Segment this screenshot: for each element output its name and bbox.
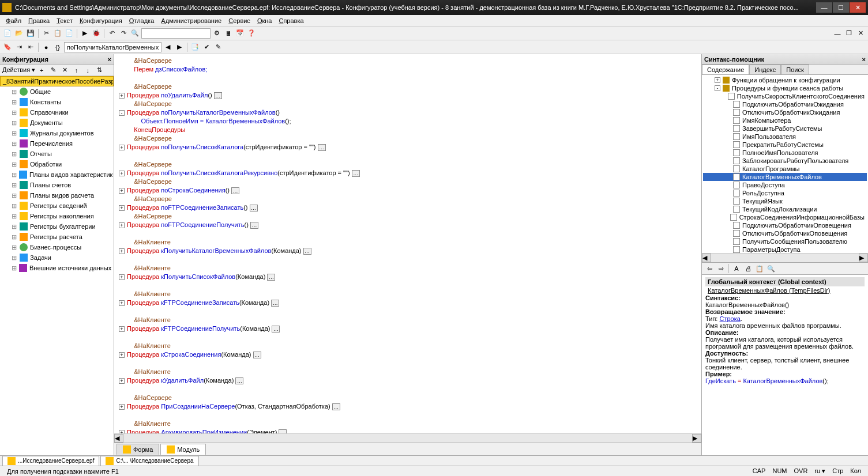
syntax-hscroll[interactable]: ◀▶ <box>702 253 868 262</box>
procedure-combo[interactable]: поПолучитьКаталогВременных <box>64 42 161 52</box>
expand-button[interactable]: … <box>279 429 287 433</box>
fold-button[interactable]: + <box>119 205 125 211</box>
syntax-icon[interactable]: ✎ <box>213 42 223 52</box>
bookmark-icon[interactable]: 🔖 <box>2 42 13 52</box>
syntax-item[interactable]: РольДоступна <box>703 189 867 197</box>
minimize-button[interactable]: — <box>816 2 832 13</box>
module-icon[interactable]: 📑 <box>190 42 200 52</box>
undo-icon[interactable]: ↶ <box>107 28 117 39</box>
fold-button[interactable]: - <box>119 110 125 116</box>
syntax-item[interactable]: ПолучитьСкоростьКлиентскогоСоединения <box>703 92 867 100</box>
expand-button[interactable]: … <box>303 248 311 255</box>
expand-button[interactable]: … <box>235 377 243 384</box>
cut-icon[interactable]: ✂ <box>41 28 51 39</box>
config-root[interactable]: _8ЗанятийПрактическоеПособиеРазработч <box>0 76 114 86</box>
run-icon[interactable]: ▶ <box>80 28 90 39</box>
config-edit-icon[interactable]: ✎ <box>48 65 58 75</box>
menu-правка[interactable]: Правка <box>25 16 53 25</box>
tree-item[interactable]: ⊞Планы видов расчета <box>0 190 114 201</box>
fold-button[interactable]: + <box>119 352 125 358</box>
fold-button[interactable]: + <box>119 404 125 410</box>
menu-конфигурация[interactable]: Конфигурация <box>76 16 126 25</box>
help-fwd-icon[interactable]: ⇨ <box>716 263 726 274</box>
expand-button[interactable]: … <box>271 300 279 307</box>
syntax-item[interactable]: ПодключитьОбработчикОповещения <box>703 221 867 229</box>
mdi-close-icon[interactable]: ✕ <box>855 28 866 39</box>
config-panel-close-icon[interactable]: × <box>108 56 111 63</box>
tree-item[interactable]: ⊞Планы счетов <box>0 180 114 190</box>
syntax-item[interactable]: ПодключитьОбработчикОжидания <box>703 100 867 108</box>
expand-button[interactable]: … <box>332 403 340 410</box>
debug-icon[interactable]: 🐞 <box>91 28 102 39</box>
menu-отладка[interactable]: Отладка <box>126 16 158 25</box>
expand-button[interactable]: … <box>214 92 222 99</box>
syntax-item[interactable]: ИмяПользователя <box>703 133 867 141</box>
syntax-item[interactable]: ИмяКомпьютера <box>703 116 867 124</box>
syntax-item[interactable]: ОтключитьОбработчикОповещения <box>703 229 867 237</box>
help-icon[interactable]: ❓ <box>246 28 257 39</box>
config-icon[interactable]: ⚙ <box>212 28 222 39</box>
new-icon[interactable]: 📄 <box>2 28 13 39</box>
expand-button[interactable]: … <box>318 144 326 151</box>
editor-tab-Модуль[interactable]: Модуль <box>160 444 206 455</box>
tree-item[interactable]: ⊞Документы <box>0 118 114 128</box>
tree-item[interactable]: ⊞Регистры сведений <box>0 201 114 211</box>
syntax-item[interactable]: ПолучитьСообщенияПользователю <box>703 237 867 245</box>
expand-button[interactable]: … <box>231 187 239 194</box>
expand-button[interactable]: … <box>352 170 360 177</box>
calendar-icon[interactable]: 📅 <box>235 28 245 39</box>
expand-button[interactable]: … <box>250 205 258 211</box>
status-lang[interactable]: ru ▾ <box>811 467 829 475</box>
help-back-icon[interactable]: ⇦ <box>704 263 715 274</box>
config-tree[interactable]: _8ЗанятийПрактическоеПособиеРазработч ⊞О… <box>0 76 114 455</box>
tree-item[interactable]: ⊞Константы <box>0 97 114 107</box>
help-font-icon[interactable]: A <box>731 263 742 274</box>
search-icon[interactable]: 🔍 <box>130 28 140 39</box>
proc-icon[interactable]: {} <box>52 42 63 52</box>
help-find-icon[interactable]: 🔍 <box>766 263 776 274</box>
syntax-tab-Индекс[interactable]: Индекс <box>749 65 781 74</box>
tree-item[interactable]: ⊞Регистры бухгалтерии <box>0 221 114 232</box>
fold-button[interactable]: + <box>119 93 125 99</box>
syntax-item[interactable]: СтрокаСоединенияИнформационнойБазы <box>703 213 867 221</box>
fold-button[interactable]: + <box>119 326 125 332</box>
maximize-button[interactable]: ☐ <box>833 2 849 13</box>
syntax-item[interactable]: КаталогВременныхФайлов <box>703 173 867 181</box>
nav-fwd-icon[interactable]: ▶ <box>174 42 185 52</box>
fold-button[interactable]: + <box>119 378 125 384</box>
tree-item[interactable]: ⊞Журналы документов <box>0 128 114 138</box>
menu-администрирование[interactable]: Администрирование <box>157 16 225 25</box>
config-actions-menu[interactable]: Действия ▾ <box>2 66 35 74</box>
syntax-item[interactable]: ОтключитьОбработчикОжидания <box>703 108 867 116</box>
help-return-type-link[interactable]: Строка <box>719 315 740 322</box>
redo-icon[interactable]: ↷ <box>118 28 129 39</box>
config-up-icon[interactable]: ↑ <box>71 65 81 75</box>
tree-item[interactable]: ⊞Перечисления <box>0 138 114 149</box>
code-editor[interactable]: &НаСервере Перем дзСписокФайлов; &НаСерв… <box>114 54 701 433</box>
expand-button[interactable]: … <box>253 352 261 358</box>
syntax-item[interactable]: КаталогПрограммы <box>703 165 867 173</box>
config-sort-icon[interactable]: ⇅ <box>94 65 104 75</box>
syntax-item[interactable]: ПараметрыДоступа <box>703 245 867 253</box>
document-tab[interactable]: ...ИсследованиеСервера.epf <box>2 456 99 466</box>
breakpoint-icon[interactable]: ● <box>41 42 51 52</box>
help-copy-icon[interactable]: 📋 <box>754 263 765 274</box>
paste-icon[interactable]: 📄 <box>64 28 74 39</box>
tree-item[interactable]: ⊞Отчеты <box>0 149 114 159</box>
config-add-icon[interactable]: + <box>36 65 47 75</box>
syntax-tab-Содержание[interactable]: Содержание <box>702 65 749 74</box>
fold-button[interactable]: + <box>119 248 125 254</box>
syntax-tab-Поиск[interactable]: Поиск <box>781 65 809 74</box>
fold-button[interactable]: + <box>119 188 125 194</box>
copy-icon[interactable]: 📋 <box>52 28 63 39</box>
config-down-icon[interactable]: ↓ <box>82 65 93 75</box>
nav-back-icon[interactable]: ◀ <box>163 42 173 52</box>
mdi-minimize-icon[interactable]: — <box>832 28 843 39</box>
expand-button[interactable]: … <box>267 274 275 281</box>
fold-button[interactable]: + <box>119 145 125 150</box>
close-button[interactable]: ✕ <box>850 2 866 13</box>
fold-button[interactable]: + <box>119 222 125 228</box>
menu-сервис[interactable]: Сервис <box>225 16 254 25</box>
syntax-item[interactable]: ЗавершитьРаботуСистемы <box>703 124 867 133</box>
tree-item[interactable]: ⊞Регистры накопления <box>0 211 114 221</box>
